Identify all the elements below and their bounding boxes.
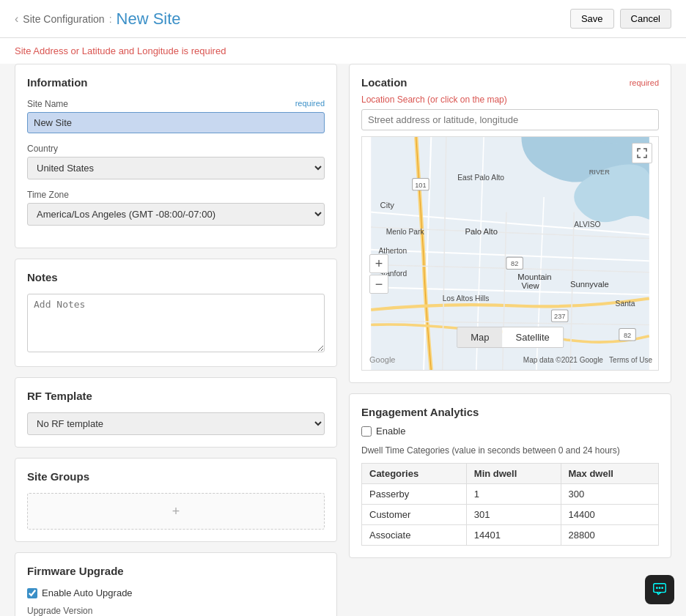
engagement-enable-label: Enable bbox=[376, 426, 405, 437]
cancel-button[interactable]: Cancel bbox=[620, 9, 671, 29]
timezone-label: Time Zone bbox=[27, 190, 325, 200]
svg-text:Sunnyvale: Sunnyvale bbox=[570, 280, 609, 289]
notes-textarea[interactable] bbox=[27, 294, 325, 352]
information-title: Information bbox=[27, 76, 325, 89]
engagement-card: Engagement Analytics Enable Dwell Time C… bbox=[349, 393, 671, 558]
location-search-input[interactable] bbox=[361, 109, 659, 130]
svg-text:82: 82 bbox=[624, 332, 631, 339]
svg-text:101: 101 bbox=[415, 182, 426, 189]
upgrade-version-label: Upgrade Version bbox=[27, 606, 325, 616]
col-categories: Categories bbox=[362, 464, 467, 484]
svg-text:237: 237 bbox=[554, 313, 565, 320]
table-cell: 301 bbox=[466, 505, 561, 525]
svg-text:City: City bbox=[380, 201, 395, 209]
table-cell: Customer bbox=[362, 505, 467, 525]
header-actions: Save Cancel bbox=[570, 9, 671, 29]
col-max-dwell: Max dwell bbox=[561, 464, 658, 484]
firmware-enable-row: Enable Auto Upgrade bbox=[27, 587, 325, 598]
firmware-card: Firmware Upgrade Enable Auto Upgrade Upg… bbox=[15, 552, 337, 616]
country-label: Country bbox=[27, 144, 325, 154]
terms-link[interactable]: Terms of Use bbox=[609, 356, 652, 364]
notes-title: Notes bbox=[27, 271, 325, 283]
separator: : bbox=[109, 13, 112, 25]
timezone-field: Time Zone America/Los Angeles (GMT -08:0… bbox=[27, 190, 325, 226]
table-row: Associate1440128800 bbox=[362, 525, 659, 546]
rf-template-select[interactable]: No RF template bbox=[27, 412, 325, 435]
breadcrumb: Site Configuration bbox=[23, 13, 104, 25]
dwell-table: Categories Min dwell Max dwell Passerby1… bbox=[361, 463, 659, 546]
svg-point-37 bbox=[661, 587, 663, 589]
map-zoom-in-button[interactable]: + bbox=[369, 254, 388, 273]
rf-template-card: RF Template No RF template bbox=[15, 377, 337, 448]
location-required: required bbox=[630, 78, 659, 87]
map-type-buttons: Map Satellite bbox=[457, 327, 564, 348]
map-container[interactable]: 101 237 82 82 City East Palo Alto Menlo … bbox=[361, 136, 659, 371]
back-arrow[interactable]: ‹ bbox=[15, 12, 18, 26]
table-row: Customer30114400 bbox=[362, 505, 659, 525]
firmware-title: Firmware Upgrade bbox=[27, 565, 325, 577]
table-cell: Associate bbox=[362, 525, 467, 546]
right-column: Location required Location Search (or cl… bbox=[349, 64, 671, 616]
table-cell: 14400 bbox=[561, 505, 658, 525]
table-cell: 300 bbox=[561, 484, 658, 505]
country-field: Country United States Canada United King… bbox=[27, 144, 325, 179]
page-title: New Site bbox=[117, 10, 181, 29]
site-name-required: required bbox=[295, 99, 325, 109]
table-cell: 1 bbox=[466, 484, 561, 505]
header: ‹ Site Configuration : New Site Save Can… bbox=[0, 0, 686, 38]
location-card: Location required Location Search (or cl… bbox=[349, 64, 671, 383]
engagement-enable-checkbox[interactable] bbox=[361, 426, 372, 437]
map-fullscreen-button[interactable] bbox=[632, 143, 652, 163]
firmware-enable-label: Enable Auto Upgrade bbox=[42, 587, 133, 598]
country-select[interactable]: United States Canada United Kingdom Aust… bbox=[27, 157, 325, 179]
engagement-title: Engagement Analytics bbox=[361, 406, 659, 418]
svg-text:ALVISO: ALVISO bbox=[574, 220, 600, 229]
main-content: Information Site Name required Country U… bbox=[0, 64, 686, 616]
map-data-text: Map data ©2021 Google bbox=[523, 356, 603, 364]
svg-text:Los Altos Hills: Los Altos Hills bbox=[443, 294, 490, 303]
chatbot-button[interactable] bbox=[645, 575, 674, 604]
table-row: Passerby1300 bbox=[362, 484, 659, 505]
map-attribution: Map data ©2021 Google Terms of Use bbox=[523, 356, 652, 364]
svg-text:Santa: Santa bbox=[616, 300, 635, 308]
site-name-input[interactable] bbox=[27, 112, 325, 133]
svg-text:Menlo Park: Menlo Park bbox=[386, 228, 425, 236]
enable-row: Enable bbox=[361, 426, 659, 437]
notes-card: Notes bbox=[15, 259, 337, 367]
save-button[interactable]: Save bbox=[570, 9, 614, 29]
svg-text:View: View bbox=[521, 281, 539, 290]
col-min-dwell: Min dwell bbox=[466, 464, 561, 484]
site-name-label-row: Site Name required bbox=[27, 99, 325, 109]
map-zoom-out-button[interactable]: − bbox=[369, 275, 388, 294]
error-message: Site Address or Latitude and Longitude i… bbox=[0, 38, 686, 64]
location-title: Location bbox=[361, 76, 407, 89]
svg-text:RIVER: RIVER bbox=[589, 168, 611, 176]
svg-point-36 bbox=[659, 587, 661, 589]
firmware-enable-checkbox[interactable] bbox=[27, 588, 37, 598]
site-groups-add-button[interactable]: + bbox=[27, 493, 325, 530]
svg-text:82: 82 bbox=[511, 260, 518, 267]
dwell-table-header: Categories Min dwell Max dwell bbox=[362, 464, 659, 484]
timezone-select[interactable]: America/Los Angeles (GMT -08:00/-07:00) … bbox=[27, 203, 325, 226]
breadcrumb-area: ‹ Site Configuration : New Site bbox=[15, 10, 181, 29]
site-name-field: Site Name required bbox=[27, 99, 325, 133]
map-type-map-button[interactable]: Map bbox=[457, 327, 502, 347]
table-cell: Passerby bbox=[362, 484, 467, 505]
site-groups-card: Site Groups + bbox=[15, 458, 337, 542]
svg-text:Mountain: Mountain bbox=[517, 272, 551, 281]
site-name-label: Site Name bbox=[27, 99, 68, 109]
left-column: Information Site Name required Country U… bbox=[15, 64, 337, 616]
rf-template-title: RF Template bbox=[27, 390, 325, 402]
table-cell: 28800 bbox=[561, 525, 658, 546]
dwell-description: Dwell Time Categories (value in seconds … bbox=[361, 445, 659, 456]
site-groups-title: Site Groups bbox=[27, 470, 325, 483]
table-cell: 14401 bbox=[466, 525, 561, 546]
svg-text:Palo Alto: Palo Alto bbox=[465, 227, 497, 236]
google-logo: Google bbox=[369, 355, 395, 364]
svg-point-35 bbox=[656, 587, 658, 589]
information-card: Information Site Name required Country U… bbox=[15, 64, 337, 248]
map-type-satellite-button[interactable]: Satellite bbox=[503, 327, 563, 347]
location-search-label: Location Search (or click on the map) bbox=[361, 94, 659, 105]
svg-text:East Palo Alto: East Palo Alto bbox=[457, 174, 504, 182]
